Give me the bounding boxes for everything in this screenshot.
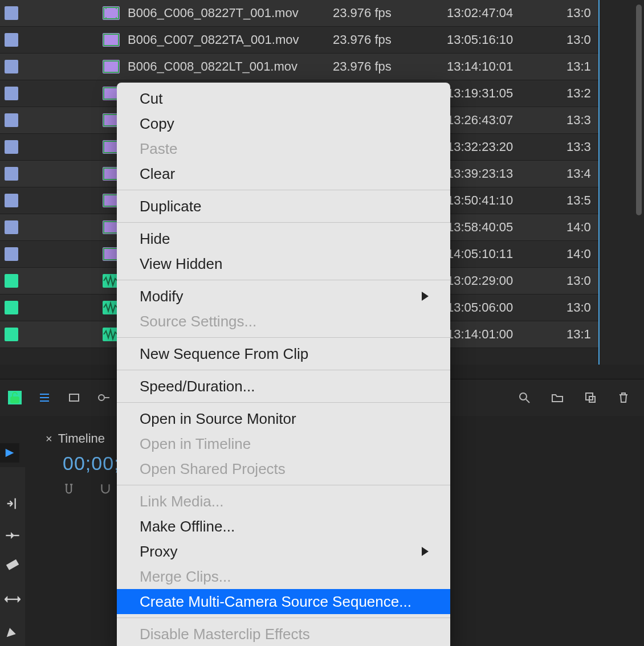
clip-start: 13:58:40:05 [447, 220, 561, 235]
menu-item-label: Clear [140, 165, 175, 183]
menu-disable-masterclip-effects: Disable Masterclip Effects [117, 622, 450, 646]
clip-fps: 23.976 fps [333, 32, 447, 47]
timeline-timecode[interactable]: 00;00; [63, 452, 120, 475]
freeform-view-icon[interactable] [97, 391, 111, 404]
label-swatch-cell [0, 194, 23, 207]
timeline-tool-rail [0, 467, 25, 646]
menu-duplicate[interactable]: Duplicate [117, 194, 450, 219]
menu-item-label: New Sequence From Clip [140, 345, 308, 363]
label-swatch [5, 274, 18, 288]
label-swatch-cell [0, 33, 23, 47]
menu-item-label: Modify [140, 288, 184, 305]
svg-point-2 [105, 17, 107, 18]
menu-create-multicam[interactable]: Create Multi-Camera Source Sequence... [117, 589, 450, 614]
label-swatch [5, 6, 18, 20]
svg-rect-6 [104, 61, 119, 72]
clip-start: 13:02:47:04 [447, 6, 561, 21]
list-view-icon[interactable] [38, 391, 51, 404]
video-clip-icon [103, 6, 120, 20]
menu-cut[interactable]: Cut [117, 86, 450, 111]
menu-item-label: Open in Timeline [140, 435, 251, 453]
project-row[interactable]: B006_C006_08227T_001.mov 23.976 fps 13:0… [0, 0, 598, 27]
new-item-icon[interactable] [584, 391, 597, 404]
clip-start: 13:39:23:13 [447, 166, 561, 181]
menu-item-label: Open in Source Monitor [140, 410, 296, 428]
svg-line-22 [526, 399, 529, 403]
menu-item-label: Paste [140, 140, 178, 158]
clip-start: 13:32:23:20 [447, 140, 561, 154]
clip-start: 14:05:10:11 [447, 247, 561, 261]
menu-proxy[interactable]: Proxy [117, 539, 450, 564]
menu-source-settings: Source Settings... [117, 309, 450, 334]
clip-name: B006_C006_08227T_001.mov [128, 6, 333, 21]
menu-hide[interactable]: Hide [117, 226, 450, 251]
menu-make-offline[interactable]: Make Offline... [117, 514, 450, 539]
clip-end: 14:0 [561, 247, 598, 261]
clip-start: 13:05:16:10 [447, 32, 561, 47]
clip-start: 13:19:31:05 [447, 86, 561, 101]
search-icon[interactable] [517, 391, 531, 404]
clip-thumb [23, 33, 128, 47]
project-row[interactable]: B006_C008_0822LT_001.mov 23.976 fps 13:1… [0, 54, 598, 80]
menu-new-sequence-from-clip[interactable]: New Sequence From Clip [117, 341, 450, 366]
label-swatch-cell [0, 328, 23, 341]
label-swatch-cell [0, 167, 23, 181]
clip-thumb [23, 113, 128, 127]
clip-start: 13:50:41:10 [447, 193, 561, 208]
menu-open-shared-projects: Open Shared Projects [117, 456, 450, 481]
clip-start: 13:26:43:07 [447, 113, 561, 128]
razor-tool-icon[interactable] [5, 559, 21, 575]
label-swatch [5, 328, 18, 341]
new-bin-icon[interactable] [551, 391, 564, 404]
playhead-indicator[interactable] [0, 443, 19, 463]
clip-start: 13:14:01:00 [447, 327, 561, 342]
label-swatch [5, 301, 18, 314]
icon-view-icon[interactable] [67, 391, 81, 404]
overwrite-tool-icon[interactable] [5, 528, 21, 543]
menu-item-label: Make Offline... [140, 518, 235, 535]
clip-thumb [23, 60, 128, 73]
slip-tool-icon[interactable] [5, 591, 21, 607]
insert-tool-icon[interactable] [5, 496, 21, 512]
clip-end: 14:0 [561, 220, 598, 235]
menu-copy[interactable]: Copy [117, 111, 450, 136]
menu-speed-duration[interactable]: Speed/Duration... [117, 374, 450, 399]
menu-item-label: Speed/Duration... [140, 378, 255, 395]
menu-open-source-monitor[interactable]: Open in Source Monitor [117, 406, 450, 431]
svg-point-4 [116, 17, 117, 18]
magnet-icon[interactable] [98, 482, 113, 499]
pen-tool-icon[interactable] [5, 623, 21, 639]
menu-item-label: Duplicate [140, 198, 201, 215]
clip-thumb [23, 274, 128, 288]
label-swatch-cell [0, 247, 23, 261]
menu-item-label: View Hidden [140, 255, 223, 273]
svg-marker-31 [11, 533, 14, 538]
svg-point-3 [116, 8, 117, 9]
svg-marker-34 [5, 596, 7, 602]
svg-point-19 [99, 395, 104, 400]
menu-item-label: Open Shared Projects [140, 460, 286, 478]
clip-end: 13:0 [561, 6, 598, 21]
snap-icon[interactable] [63, 482, 78, 499]
clip-start: 13:14:10:01 [447, 59, 561, 74]
scrollbar-thumb[interactable] [636, 5, 642, 215]
video-clip-icon [103, 60, 120, 73]
label-swatch-cell [0, 113, 23, 127]
menu-view-hidden[interactable]: View Hidden [117, 251, 450, 276]
menu-item-label: Copy [140, 115, 174, 133]
project-row[interactable]: B006_C007_0822TA_001.mov 23.976 fps 13:0… [0, 27, 598, 54]
svg-marker-25 [6, 449, 14, 457]
label-swatch [5, 167, 18, 181]
menu-clear[interactable]: Clear [117, 161, 450, 186]
project-writable-icon[interactable] [8, 391, 22, 404]
close-icon[interactable]: × [46, 432, 52, 445]
clip-end: 13:5 [561, 193, 598, 208]
vertical-scrollbar[interactable] [634, 0, 643, 365]
menu-modify[interactable]: Modify [117, 284, 450, 309]
submenu-arrow-icon [422, 292, 429, 301]
trash-icon[interactable] [617, 391, 630, 404]
menu-item-label: Source Settings... [140, 313, 256, 330]
timeline-tab[interactable]: × Timeline [46, 426, 105, 451]
menu-item-label: Disable Masterclip Effects [140, 625, 310, 643]
clip-end: 13:1 [561, 327, 598, 342]
